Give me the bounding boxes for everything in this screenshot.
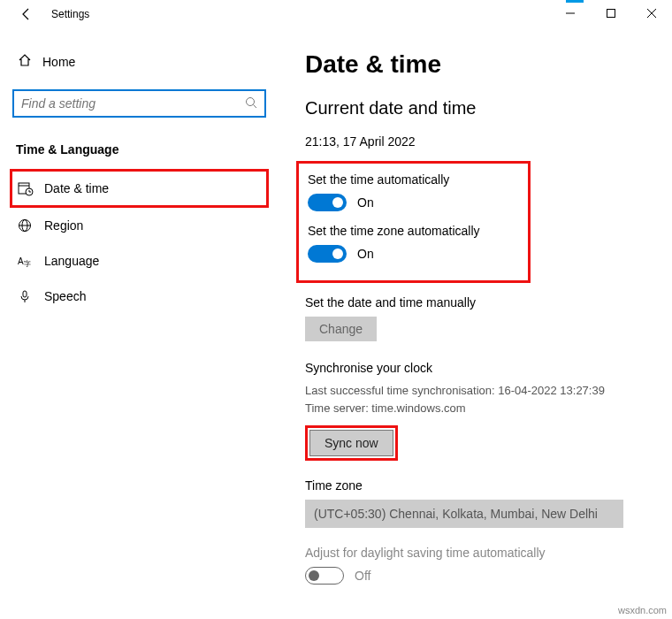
dst-state: Off: [355, 569, 370, 583]
nav-language[interactable]: A字 Language: [12, 243, 266, 279]
dst-label: Adjust for daylight saving time automati…: [305, 546, 654, 560]
window-title: Settings: [51, 8, 89, 20]
sync-last: Last successful time synchronisation: 16…: [305, 382, 654, 400]
nav-label: Speech: [44, 289, 86, 303]
back-button[interactable]: [9, 0, 44, 28]
nav-label: Language: [44, 254, 99, 268]
svg-line-5: [254, 104, 257, 108]
nav-region[interactable]: Region: [12, 208, 266, 243]
sync-header: Synchronise your clock: [305, 361, 654, 375]
home-icon: [18, 53, 42, 70]
window-controls: [550, 0, 672, 27]
globe-icon: [18, 218, 44, 233]
svg-rect-16: [23, 291, 27, 297]
timezone-select[interactable]: (UTC+05:30) Chennai, Kolkata, Mumbai, Ne…: [305, 500, 623, 528]
watermark: wsxdn.com: [618, 605, 667, 615]
main-panel: Date & time Current date and time 21:13,…: [279, 28, 672, 619]
home-nav[interactable]: Home: [12, 46, 266, 77]
section-subtitle: Current date and time: [305, 98, 654, 118]
calendar-clock-icon: [18, 180, 44, 196]
current-datetime: 21:13, 17 April 2022: [305, 134, 654, 149]
nav-date-time[interactable]: Date & time: [10, 169, 269, 208]
maximize-button[interactable]: [591, 0, 631, 27]
home-label: Home: [42, 55, 75, 69]
manual-label: Set the date and time manually: [305, 295, 654, 310]
highlight-box-toggles: Set the time automatically On Set the ti…: [296, 161, 531, 283]
search-icon: [245, 96, 257, 111]
category-header: Time & Language: [16, 142, 266, 157]
auto-tz-label: Set the time zone automatically: [308, 224, 519, 238]
auto-time-state: On: [357, 195, 374, 210]
language-icon: A字: [18, 254, 44, 268]
svg-point-4: [247, 97, 255, 105]
nav-label: Date & time: [44, 181, 109, 195]
highlight-box-sync: Sync now: [305, 425, 398, 461]
auto-time-label: Set the time automatically: [308, 172, 519, 187]
nav-label: Region: [44, 218, 83, 233]
search-input[interactable]: [21, 96, 245, 111]
close-button[interactable]: [631, 0, 672, 27]
svg-text:字: 字: [24, 260, 31, 268]
sync-now-button[interactable]: Sync now: [309, 430, 393, 456]
svg-rect-1: [607, 10, 615, 18]
sidebar: Home Time & Language Date & time Region …: [0, 28, 279, 619]
page-title: Date & time: [305, 50, 654, 79]
microphone-icon: [18, 289, 44, 303]
auto-time-toggle[interactable]: [308, 194, 347, 211]
auto-tz-toggle[interactable]: [308, 245, 347, 263]
auto-tz-state: On: [357, 247, 374, 261]
tz-header: Time zone: [305, 478, 654, 493]
search-box[interactable]: [12, 89, 266, 118]
sync-server: Time server: time.windows.com: [305, 400, 654, 417]
svg-text:A: A: [18, 256, 24, 266]
titlebar: Settings: [0, 0, 672, 28]
minimize-button[interactable]: [550, 0, 591, 27]
nav-speech[interactable]: Speech: [12, 279, 266, 314]
change-button[interactable]: Change: [305, 317, 377, 341]
dst-toggle[interactable]: [305, 567, 344, 585]
